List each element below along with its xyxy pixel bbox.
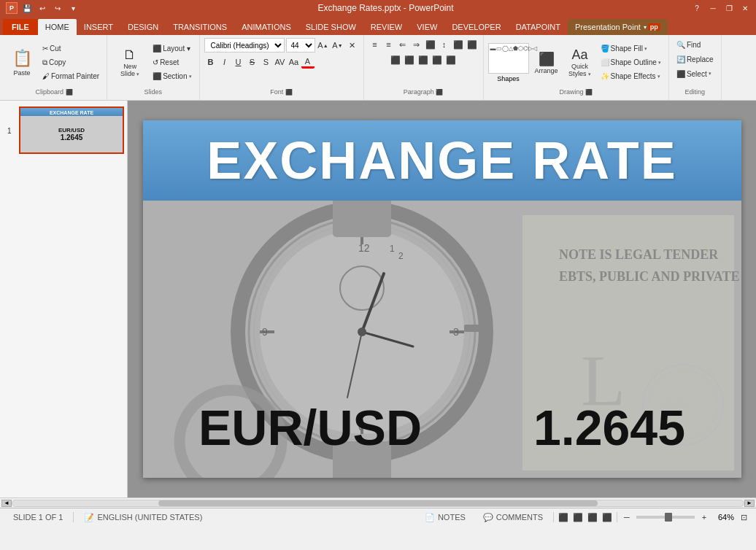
zoom-thumb[interactable] [665,513,672,522]
fit-slide-button[interactable]: ⊡ [737,511,750,524]
reading-view-button[interactable]: ⬛ [586,511,599,524]
underline-button[interactable]: U [232,55,245,69]
slide-sorter-button[interactable]: ⬛ [571,511,585,524]
bullet-list-button[interactable]: ≡ [369,38,382,51]
convert-smartart-button[interactable]: ⬛ [466,38,479,51]
undo-button[interactable]: ↩ [36,1,49,15]
clipboard-content: 📋 Paste ✂ Cut ⧉ Copy 🖌 Format Painter [6,38,102,87]
font-size-selector[interactable]: 44 [286,38,315,53]
quick-styles-button[interactable]: Aa QuickStyles ▾ [564,41,596,85]
shapes-label[interactable]: Shapes [497,75,520,82]
tab-datapoint[interactable]: DATAPOINT [509,19,568,35]
slide-header[interactable]: EXCHANGE RATE [143,120,741,201]
redo-button[interactable]: ↪ [51,1,64,15]
slideshow-view-button[interactable]: ⬛ [601,511,614,524]
help-button[interactable]: ? [692,3,702,13]
clear-formatting-button[interactable]: ✕ [346,39,359,52]
tab-home[interactable]: HOME [38,19,77,35]
ribbon-group-drawing: ▬▭◯△⬟⬡⌬▷◁ Shapes ⬛ Arrange Aa QuickStyle… [484,35,669,100]
font-expand-icon[interactable]: ⬛ [285,89,293,96]
clipboard-expand-icon[interactable]: ⬛ [66,89,73,96]
arrange-button[interactable]: ⬛ Arrange [531,41,563,85]
zoom-in-button[interactable]: + [698,511,711,524]
window-title: Exchange Rates.pptx - PowerPoint [80,3,692,13]
tab-developer[interactable]: DEVELOPER [444,19,508,35]
columns-button[interactable]: ⬛ [424,38,437,51]
comments-tab[interactable]: 💬 COMMENTS [476,511,550,524]
shapes-gallery[interactable]: ▬▭◯△⬟⬡⌬▷◁ [488,43,529,74]
tab-file[interactable]: FILE [3,19,38,35]
character-spacing-button[interactable]: AV [274,55,287,69]
decrease-indent-button[interactable]: ⇐ [396,38,409,51]
text-align-vertical-button[interactable]: ⬛ [444,53,458,66]
separator-2 [553,512,554,522]
justify-button[interactable]: ⬛ [431,53,444,66]
normal-view-button[interactable]: ⬛ [557,511,570,524]
paste-button[interactable]: 📋 Paste [6,41,38,85]
align-right-button[interactable]: ⬛ [417,53,430,66]
tab-view[interactable]: VIEW [409,19,444,35]
tab-review[interactable]: REVIEW [363,19,409,35]
tab-animations[interactable]: ANIMATIONS [234,19,298,35]
bold-button[interactable]: B [204,55,217,69]
restore-button[interactable]: ❐ [724,3,734,13]
tab-slideshow[interactable]: SLIDE SHOW [298,19,363,35]
text-direction-button[interactable]: ⬛ [452,38,465,51]
section-button[interactable]: ⬛ Section ▾ [150,70,194,83]
center-button[interactable]: ⬛ [403,53,416,66]
strikethrough-button[interactable]: S [246,55,259,69]
reset-icon: ↺ [153,58,158,66]
copy-button[interactable]: ⧉ Copy [39,56,102,69]
svg-rect-20 [464,325,486,332]
thumb-title: EXCHANGE RATE [20,108,123,116]
paragraph-expand-icon[interactable]: ⬛ [436,89,443,96]
cut-button[interactable]: ✂ Cut [39,42,102,55]
increase-indent-button[interactable]: ⇒ [410,38,423,51]
decrease-font-size-button[interactable]: A▼ [331,39,344,52]
numbered-list-button[interactable]: ≡ [382,38,396,51]
new-slide-button[interactable]: 🗋 NewSlide ▾ [112,41,148,85]
increase-font-size-button[interactable]: A▲ [317,39,330,52]
minimize-button[interactable]: ─ [708,3,718,13]
new-slide-icon: 🗋 [123,47,136,63]
close-button[interactable]: ✕ [740,3,750,13]
scroll-thumb[interactable] [158,500,597,506]
tab-design[interactable]: DESIGN [120,19,166,35]
format-painter-button[interactable]: 🖌 Format Painter [39,70,102,83]
zoom-out-button[interactable]: ─ [620,511,633,524]
align-left-button[interactable]: ⬛ [389,53,402,66]
horizontal-scrollbar[interactable]: ◄ ► [0,497,756,508]
customize-qat-button[interactable]: ▾ [66,1,80,15]
scroll-left-button[interactable]: ◄ [1,500,12,507]
slide-thumbnail-1[interactable]: 1 EXCHANGE RATE EUR/USD 1.2645 [19,106,124,154]
scroll-track[interactable] [12,500,744,507]
font-name-selector[interactable]: Calibri (Headings) [204,38,285,53]
ribbon-content: 📋 Paste ✂ Cut ⧉ Copy 🖌 Format Painter Cl… [0,35,756,101]
tab-transitions[interactable]: TRANSITIONS [166,19,234,35]
slide-list: 1 EXCHANGE RATE EUR/USD 1.2645 [3,106,124,154]
font-color-button[interactable]: A [301,55,315,69]
slides-content: 🗋 NewSlide ▾ ⬛ Layout ▾ ↺ Reset ⬛ Sectio… [112,38,194,87]
replace-button[interactable]: 🔄 Replace [674,53,717,66]
find-button[interactable]: 🔍 Find [674,38,703,51]
tab-insert[interactable]: INSERT [77,19,120,35]
layout-button[interactable]: ⬛ Layout ▾ [150,42,194,55]
tab-presentation-point[interactable]: Presentation Point ▾ pp [568,19,668,35]
zoom-slider[interactable] [636,516,695,519]
slide-data-area[interactable]: EUR/USD 1.2645 [143,399,741,456]
notes-tab[interactable]: 📄 NOTES [417,511,473,524]
scroll-right-button[interactable]: ► [744,500,755,507]
select-button[interactable]: ⬛ Select ▾ [674,67,714,80]
line-spacing-button[interactable]: ↕ [438,38,451,51]
text-shadow-button[interactable]: S [260,55,273,69]
shape-fill-button[interactable]: 🪣 Shape Fill ▾ [598,42,664,55]
currency-pair: EUR/USD [198,399,422,456]
shape-effects-button[interactable]: ✨ Shape Effects ▾ [598,70,664,83]
shape-outline-button[interactable]: ⬜ Shape Outline ▾ [598,56,664,69]
italic-button[interactable]: I [218,55,231,69]
slide-canvas[interactable]: 12 3 6 9 1 2 [143,120,741,478]
change-case-button[interactable]: Aa [288,55,301,69]
reset-button[interactable]: ↺ Reset [150,56,194,69]
save-button[interactable]: 💾 [20,1,34,15]
drawing-expand-icon[interactable]: ⬛ [585,89,593,96]
